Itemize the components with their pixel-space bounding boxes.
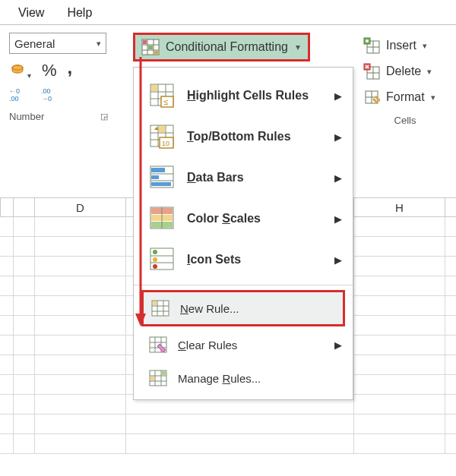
highlight-cells-icon: ≤ — [149, 83, 175, 109]
menu-item-label: Data Bars — [187, 171, 244, 184]
menu-item-label: Color Scales — [187, 212, 261, 225]
chevron-down-icon: ▾ — [427, 67, 432, 77]
number-format-group: General ▾ ▾ % , ←0 .00 — [9, 30, 119, 122]
svg-rect-42 — [159, 126, 165, 132]
svg-rect-79 — [162, 371, 166, 375]
menu-bar: View Help — [0, 0, 456, 24]
submenu-arrow-icon: ▶ — [334, 339, 342, 351]
svg-point-59 — [153, 250, 157, 254]
delete-button[interactable]: Delete ▾ — [363, 58, 447, 84]
number-group-footer: Number ◲ — [9, 111, 108, 122]
chevron-down-icon: ▾ — [97, 39, 101, 49]
conditional-formatting-menu: ≤ Highlight Cells Rules ▶ 10 Top/Bottom … — [133, 67, 353, 400]
menu-view[interactable]: View — [18, 6, 44, 20]
number-group-label: Number — [9, 111, 44, 122]
menu-help[interactable]: Help — [67, 6, 92, 20]
chevron-down-icon: ▾ — [423, 41, 427, 51]
submenu-arrow-icon: ▶ — [334, 213, 342, 225]
menu-highlight-cells-rules[interactable]: ≤ Highlight Cells Rules ▶ — [134, 75, 353, 116]
submenu-arrow-icon: ▶ — [334, 254, 342, 266]
color-scales-icon — [149, 206, 175, 232]
cells-group-label: Cells — [363, 115, 447, 126]
insert-label: Insert — [386, 39, 416, 52]
format-cells-icon — [363, 89, 380, 106]
menu-item-label: New Rule... — [180, 302, 239, 315]
insert-cells-icon — [363, 37, 380, 54]
svg-rect-67 — [153, 301, 157, 305]
new-rule-icon — [151, 300, 169, 317]
svg-point-60 — [153, 257, 157, 262]
svg-rect-50 — [151, 182, 171, 186]
svg-rect-13 — [154, 51, 158, 54]
decimal-buttons: ←0 .00 .00 →0 — [9, 86, 119, 103]
conditional-formatting-label: Conditional Formatting — [166, 40, 288, 54]
chevron-down-icon: ▾ — [296, 42, 300, 52]
separator — [0, 24, 456, 25]
insert-button[interactable]: Insert ▾ — [363, 33, 447, 58]
menu-item-label: Clear Rules — [178, 339, 237, 351]
menu-clear-rules[interactable]: Clear Rules ▶ — [134, 328, 353, 361]
menu-manage-rules[interactable]: Manage Rules... — [134, 361, 353, 395]
menu-icon-sets[interactable]: Icon Sets ▶ — [134, 239, 353, 280]
svg-text:←0: ←0 — [9, 87, 20, 95]
dialog-launcher-icon[interactable]: ◲ — [100, 112, 108, 121]
menu-item-label: Top/Bottom Rules — [187, 130, 291, 143]
format-button[interactable]: Format ▾ — [363, 84, 447, 110]
icon-sets-icon — [149, 247, 175, 273]
data-bars-icon — [149, 165, 175, 191]
svg-rect-78 — [150, 377, 154, 380]
menu-data-bars[interactable]: Data Bars ▶ — [134, 157, 353, 198]
svg-point-61 — [153, 264, 157, 269]
menu-top-bottom-rules[interactable]: 10 Top/Bottom Rules ▶ — [134, 116, 353, 157]
delete-cells-icon — [363, 63, 380, 80]
svg-rect-49 — [151, 175, 159, 179]
manage-rules-icon — [149, 370, 167, 386]
menu-new-rule[interactable]: New Rule... — [141, 290, 345, 326]
menu-item-label: Manage Rules... — [178, 372, 261, 385]
number-format-value: General — [14, 37, 55, 50]
cells-group: Insert ▾ Delete ▾ Format ▾ Cells — [363, 30, 447, 126]
menu-item-label: Highlight Cells Rules — [187, 89, 309, 102]
submenu-arrow-icon: ▶ — [334, 90, 342, 102]
submenu-arrow-icon: ▶ — [334, 172, 342, 184]
svg-text:→0: →0 — [41, 95, 52, 101]
delete-label: Delete — [386, 65, 421, 78]
number-icons-row: ▾ % , — [9, 60, 119, 81]
percent-style-button[interactable]: % — [42, 61, 57, 80]
accounting-format-button[interactable]: ▾ — [9, 61, 31, 80]
clear-rules-icon — [149, 336, 167, 353]
number-format-selector[interactable]: General ▾ — [9, 33, 106, 54]
decrease-decimal-button[interactable]: .00 →0 — [41, 86, 61, 103]
menu-color-scales[interactable]: Color Scales ▶ — [134, 198, 353, 239]
conditional-formatting-button[interactable]: Conditional Formatting ▾ — [133, 33, 310, 61]
svg-text:10: 10 — [162, 140, 169, 147]
submenu-arrow-icon: ▶ — [334, 131, 342, 143]
format-label: Format — [386, 90, 425, 104]
menu-item-label: Icon Sets — [187, 253, 241, 266]
svg-rect-11 — [143, 40, 147, 44]
svg-text:≤: ≤ — [163, 97, 168, 106]
conditional-formatting-icon — [141, 39, 160, 55]
chevron-down-icon: ▾ — [431, 93, 435, 102]
svg-rect-34 — [151, 85, 157, 91]
svg-text:.00: .00 — [9, 95, 19, 101]
svg-rect-12 — [148, 46, 153, 49]
menu-separator — [134, 285, 353, 285]
column-header-d[interactable]: D — [35, 198, 126, 216]
top-bottom-icon: 10 — [149, 124, 175, 150]
comma-style-button[interactable]: , — [67, 57, 72, 78]
svg-rect-48 — [151, 168, 165, 172]
increase-decimal-button[interactable]: ←0 .00 — [9, 86, 29, 103]
svg-text:.00: .00 — [41, 87, 51, 95]
column-header-h[interactable]: H — [354, 198, 445, 216]
